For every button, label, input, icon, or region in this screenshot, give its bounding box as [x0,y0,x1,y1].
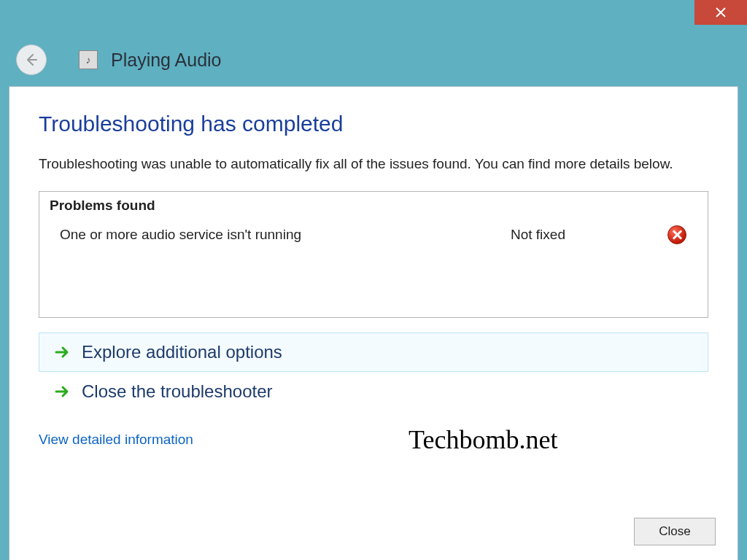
problem-description: One or more audio service isn't running [60,227,511,243]
problem-row[interactable]: One or more audio service isn't running … [39,218,708,244]
back-button[interactable] [16,44,47,75]
problem-status-icon-wrap [657,225,697,244]
option-label: Explore additional options [82,342,282,362]
close-button[interactable]: Close [634,518,716,545]
back-arrow-icon [24,52,39,67]
arrow-right-icon [54,384,70,400]
error-icon [667,225,686,244]
problems-header: Problems found [39,192,708,218]
page-heading: Troubleshooting has completed [39,112,708,136]
content-panel: Troubleshooting has completed Troublesho… [9,86,738,560]
page-subtext: Troubleshooting was unable to automatica… [39,154,708,175]
arrow-right-icon [54,344,70,360]
watermark-text: Techbomb.net [409,424,557,455]
header-bar: ♪ Playing Audio [9,38,738,82]
window-close-button[interactable] [694,0,747,25]
app-icon: ♪ [79,50,98,69]
option-explore-additional[interactable]: Explore additional options [39,332,708,372]
problems-box: Problems found One or more audio service… [39,191,708,318]
view-detailed-link[interactable]: View detailed information [39,432,193,448]
window-title: Playing Audio [111,50,222,71]
option-label: Close the troubleshooter [82,381,273,402]
close-icon [715,7,727,18]
window-chrome: ♪ Playing Audio Troubleshooting has comp… [0,0,747,560]
option-close-troubleshooter[interactable]: Close the troubleshooter [39,372,708,411]
problem-status: Not fixed [511,227,657,243]
